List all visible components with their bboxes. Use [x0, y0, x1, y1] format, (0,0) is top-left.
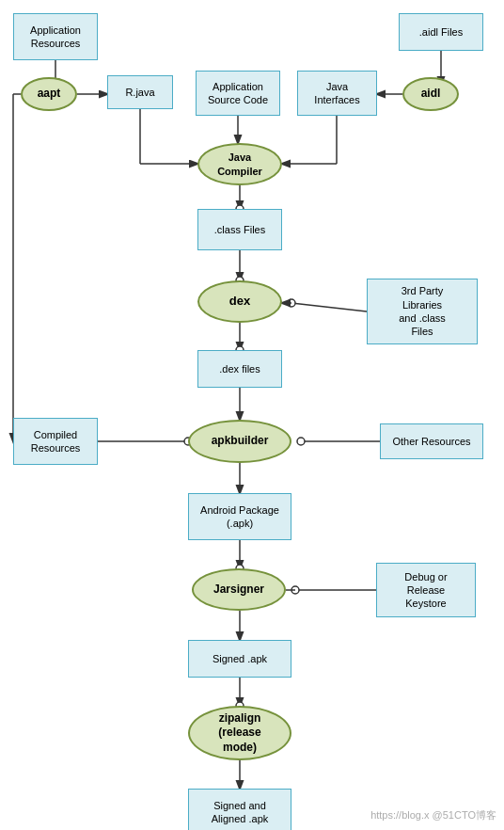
third-party-box: 3rd PartyLibrariesand .classFiles	[367, 279, 478, 344]
keystore-box: Debug orReleaseKeystore	[376, 563, 476, 617]
aidl-files-box: .aidl Files	[399, 13, 483, 51]
dex-ellipse: dex	[197, 280, 282, 323]
svg-point-32	[291, 586, 299, 594]
apkbuilder-ellipse: apkbuilder	[188, 420, 291, 463]
svg-line-14	[291, 303, 367, 311]
diagram: Application Resources .aidl Files aapt R…	[0, 0, 504, 830]
app-source-box: ApplicationSource Code	[196, 71, 280, 116]
jarsigner-ellipse: Jarsigner	[192, 568, 286, 611]
app-resources-box: Application Resources	[13, 13, 98, 60]
rjava-box: R.java	[107, 75, 173, 109]
signed-aligned-box: Signed andAligned .apk	[188, 789, 291, 830]
aapt-ellipse: aapt	[21, 77, 77, 111]
arrows-svg	[0, 0, 504, 830]
java-interfaces-box: JavaInterfaces	[297, 71, 377, 116]
watermark: https://blog.x @51CTO博客	[370, 808, 496, 822]
class-files-box: .class Files	[197, 209, 282, 250]
java-compiler-ellipse: JavaCompiler	[197, 143, 282, 185]
other-resources-box: Other Resources	[380, 423, 483, 459]
android-package-box: Android Package(.apk)	[188, 493, 291, 540]
signed-apk-box: Signed .apk	[188, 640, 291, 678]
svg-point-27	[297, 438, 305, 445]
compiled-resources-box: CompiledResources	[13, 418, 98, 465]
dex-files-box: .dex files	[197, 350, 282, 388]
aidl-ellipse: aidl	[402, 77, 459, 111]
zipalign-ellipse: zipalign(releasemode)	[188, 706, 291, 760]
svg-point-15	[288, 299, 295, 307]
